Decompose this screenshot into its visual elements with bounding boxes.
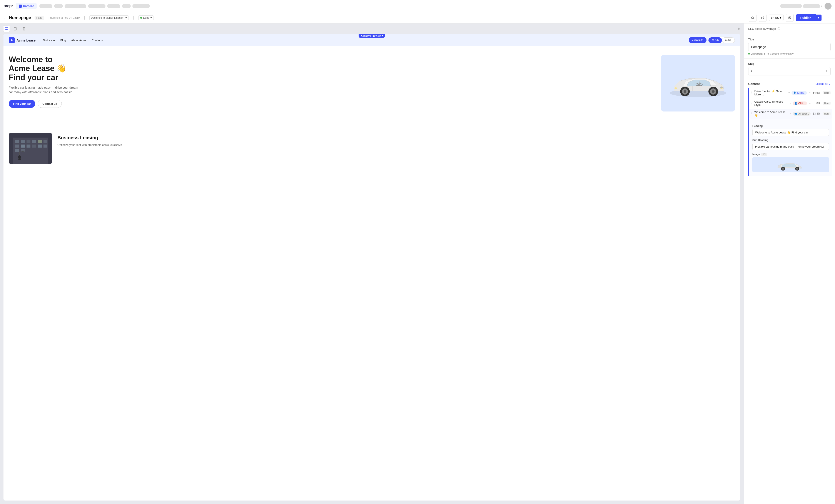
- tab-pill-6: [122, 4, 131, 8]
- content-item-welcome-group: ⠿ Welcome to Acme Lease 👋.... ▾ 👥 All ot…: [749, 109, 832, 176]
- svg-point-17: [712, 90, 715, 93]
- top-bar-right: ▾: [780, 3, 832, 9]
- drag-handle-2[interactable]: ⠿: [751, 102, 753, 105]
- seo-score-label: SEO score is Average: [748, 27, 776, 30]
- svg-rect-4: [5, 27, 8, 29]
- biz-heading: Business Leasing: [57, 135, 735, 141]
- publish-dropdown-button[interactable]: ▾: [816, 15, 821, 21]
- person-icon-3: 👥: [794, 112, 797, 115]
- status-chevron: ▾: [150, 16, 152, 19]
- content-item-electric[interactable]: ⠿ Drive Electric ⚡ Save More.... ▾ 👤 Ele…: [749, 88, 832, 98]
- svg-rect-36: [38, 145, 42, 148]
- top-bar-tabs: Content: [16, 3, 778, 9]
- status-button[interactable]: Done ▾: [138, 16, 154, 20]
- contact-us-button[interactable]: Contact us: [38, 100, 62, 108]
- hero-section: Welcome toAcme Lease 👋Find your car Flex…: [3, 46, 740, 129]
- external-link-button[interactable]: [759, 14, 767, 22]
- save-button[interactable]: [786, 14, 794, 22]
- business-section: Business Leasing Optimize your fleet wit…: [3, 129, 740, 164]
- item-chevron-1[interactable]: ▾: [789, 91, 790, 94]
- item-label-3: Welcome to Acme Lease 👋....: [754, 110, 787, 117]
- lang-chevron: ▾: [780, 16, 781, 19]
- preview-icon-button[interactable]: [749, 14, 756, 22]
- slug-label: Slug: [748, 62, 831, 65]
- drag-handle-1[interactable]: ⠿: [751, 91, 753, 94]
- find-car-button[interactable]: Find your car: [9, 100, 35, 108]
- content-section-title: Content: [748, 82, 815, 86]
- item-pct-1: 54.5%: [812, 91, 820, 94]
- tab-pills: [38, 3, 151, 9]
- page-title: Homepage: [9, 15, 31, 20]
- right-pill-1: [780, 4, 802, 8]
- hero-heading: Welcome toAcme Lease 👋Find your car: [9, 55, 656, 82]
- content-item-welcome[interactable]: ⠿ Welcome to Acme Lease 👋.... ▾ 👥 All ot…: [749, 109, 832, 119]
- right-chevron[interactable]: ▾: [821, 4, 822, 7]
- heading-field-input[interactable]: Welcome to Acme Lease 👋 Find your car: [752, 129, 829, 136]
- item-tag-3: 👥 All other...: [793, 112, 811, 115]
- expanded-content: Heading Welcome to Acme Lease 👋 Find you…: [749, 119, 832, 176]
- tab-pill-5: [107, 4, 120, 8]
- nav-link-about[interactable]: About Acme: [71, 39, 86, 42]
- item-chevron-2[interactable]: ▾: [790, 102, 791, 105]
- item-badge-3: Hero: [823, 112, 831, 115]
- user-avatar[interactable]: [824, 3, 832, 9]
- svg-point-46: [796, 168, 798, 170]
- image-field-label: Image 1/1: [752, 153, 829, 156]
- more-options-button[interactable]: ⋯: [824, 14, 831, 21]
- item-badge-2: Hero: [823, 102, 831, 105]
- nav-link-find-car[interactable]: Find a car: [43, 39, 55, 42]
- nav-calculator-button[interactable]: Calculator: [689, 37, 707, 43]
- tab-pill-2: [54, 4, 63, 8]
- refresh-button[interactable]: ↻: [738, 27, 740, 30]
- drag-handle-3[interactable]: ⠿: [751, 112, 753, 115]
- site-nav-links: Find a car Blog About Acme Contacts: [43, 39, 682, 42]
- keyword-label: Contains keyword: N/A: [770, 52, 794, 55]
- item-chevron-3[interactable]: ▾: [790, 112, 791, 115]
- site-logo-name: Acme Lease: [17, 39, 36, 42]
- thumbnail-car-svg: [773, 157, 808, 172]
- title-input[interactable]: Homepage: [748, 43, 831, 51]
- device-desktop-button[interactable]: [3, 26, 9, 32]
- tab-content[interactable]: Content: [16, 3, 37, 9]
- building-svg: [9, 133, 52, 164]
- item-pct-2: 0%: [812, 102, 820, 105]
- slug-section: Slug / ↻: [744, 59, 835, 79]
- slug-refresh-button[interactable]: ↻: [826, 69, 829, 73]
- item-label-1: Drive Electric ⚡ Save More....: [754, 89, 786, 96]
- preview-content: Adaptive Preview ▾ A Acme Lease Find a c…: [3, 34, 740, 501]
- hero-buttons: Find your car Contact us: [9, 100, 656, 108]
- svg-rect-27: [21, 140, 25, 143]
- device-mobile-button[interactable]: [21, 26, 27, 32]
- image-thumbnail: [752, 157, 829, 172]
- nav-lang-nl[interactable]: nl-NL: [722, 37, 735, 43]
- svg-rect-37: [43, 145, 47, 148]
- nav-link-contacts[interactable]: Contacts: [92, 39, 103, 42]
- hero-sub: Flexible car leasing made easy — drive y…: [9, 85, 78, 94]
- slug-input[interactable]: /: [748, 67, 831, 76]
- back-button[interactable]: ‹: [4, 16, 5, 20]
- publish-button[interactable]: Publish: [796, 14, 816, 21]
- person-icon-1: 👤: [793, 91, 796, 94]
- item-edit-1[interactable]: ✏: [809, 91, 811, 94]
- expand-all-button[interactable]: Expand all ⌄: [815, 82, 831, 85]
- item-pct-3: 33.3%: [812, 112, 820, 115]
- device-tablet-button[interactable]: [12, 26, 18, 32]
- seo-info-icon[interactable]: ⓘ: [778, 27, 780, 30]
- assigned-to-button[interactable]: Assigned to Mandy Lingham ▾: [89, 16, 129, 20]
- site-logo-icon: A: [9, 37, 15, 43]
- svg-rect-30: [38, 140, 42, 143]
- adaptive-preview-badge[interactable]: Adaptive Preview ▾: [359, 34, 385, 38]
- sub-heading-field-input[interactable]: Flexible car leasing made easy — drive y…: [752, 143, 829, 150]
- svg-point-19: [674, 87, 677, 89]
- item-label-2: Classic Cars, Timeless Style.: [754, 100, 787, 106]
- content-item-classic[interactable]: ⠿ Classic Cars, Timeless Style. ▾ 👤 Oldt…: [749, 98, 832, 108]
- tab-pill-7: [133, 4, 150, 8]
- nav-link-blog[interactable]: Blog: [60, 39, 66, 42]
- language-selector[interactable]: en-US ▾: [769, 15, 784, 21]
- preview-toolbar: ↻: [0, 23, 744, 34]
- svg-rect-29: [32, 140, 36, 143]
- nav-lang-en[interactable]: en-US: [709, 37, 722, 43]
- main-layout: ↻ Adaptive Preview ▾ A Acme Lease: [0, 23, 835, 504]
- item-edit-2[interactable]: ✏: [809, 102, 811, 105]
- biz-text: Business Leasing Optimize your fleet wit…: [57, 133, 735, 164]
